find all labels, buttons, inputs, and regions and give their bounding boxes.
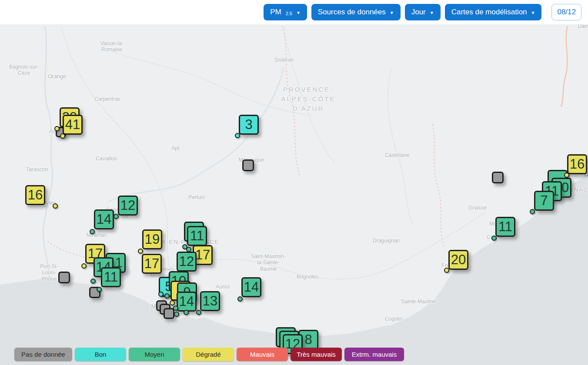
toolbar-buttons: PM2.5▼Sources de données▼Jour▼Cartes de …: [264, 4, 541, 20]
aqi-marker[interactable]: 12: [177, 252, 197, 272]
legend-item-mauvais: Mauvais: [237, 348, 288, 361]
station-dot[interactable]: [235, 133, 240, 138]
station-dot[interactable]: [184, 310, 189, 315]
chevron-down-icon: ▼: [296, 10, 301, 15]
chevron-down-icon: ▼: [390, 10, 394, 15]
station-dot[interactable]: [158, 292, 164, 297]
aqi-marker[interactable]: 12: [118, 196, 138, 216]
station-dot[interactable]: [90, 229, 95, 234]
legend-item-degrade: Dégradé: [183, 348, 234, 361]
station-dot[interactable]: [491, 236, 497, 241]
aqi-marker[interactable]: 3: [239, 115, 259, 135]
map-canvas[interactable]: [0, 24, 588, 365]
legend-item-extrm_mauvais: Extrm. mauvais: [344, 348, 404, 361]
station-dot[interactable]: [530, 209, 535, 214]
aqi-marker[interactable]: 7: [534, 191, 554, 211]
aqi-marker[interactable]: 14: [94, 209, 114, 229]
aqi-marker[interactable]: 41: [63, 115, 83, 135]
aqi-legend: Pas de donnéeBonMoyenDégradéMauvaisTrès …: [14, 348, 404, 361]
toolbar: PM2.5▼Sources de données▼Jour▼Cartes de …: [0, 0, 588, 24]
station-dot[interactable]: [114, 214, 119, 219]
aqi-marker[interactable]: 14: [177, 292, 197, 312]
station-dot[interactable]: [237, 296, 243, 302]
date-button[interactable]: 08/12: [551, 4, 581, 20]
data-sources-dropdown[interactable]: Sources de données▼: [311, 4, 401, 20]
station-dot[interactable]: [174, 312, 179, 317]
aqi-marker[interactable]: 11: [495, 217, 515, 237]
station-dot[interactable]: [173, 305, 178, 311]
station-dot[interactable]: [196, 310, 201, 315]
aqi-marker[interactable]: 20: [448, 250, 468, 270]
pollutant-dropdown[interactable]: PM2.5▼: [264, 4, 307, 20]
aqi-marker[interactable]: [164, 308, 174, 319]
button-label: Cartes de modélisation: [451, 8, 527, 17]
aqi-marker[interactable]: [242, 159, 254, 171]
aqi-marker[interactable]: [58, 272, 70, 283]
button-label: PM: [270, 8, 281, 17]
station-dot[interactable]: [170, 300, 175, 305]
aqi-marker[interactable]: 16: [567, 154, 587, 174]
legend-item-moyen: Moyen: [129, 348, 180, 361]
station-dot[interactable]: [164, 293, 170, 299]
station-dot[interactable]: [444, 268, 449, 273]
legend-item-tres_mauvais: Très mauvais: [291, 348, 342, 361]
chevron-down-icon: ▼: [430, 10, 434, 15]
legend-item-nodata: Pas de donnée: [14, 348, 72, 361]
aqi-marker[interactable]: 16: [25, 185, 45, 205]
station-dot[interactable]: [60, 133, 65, 139]
station-dot[interactable]: [138, 249, 143, 254]
day-dropdown[interactable]: Jour▼: [405, 4, 441, 20]
map-decor: [0, 24, 588, 365]
modeling-maps-dropdown[interactable]: Cartes de modélisation▼: [445, 4, 542, 20]
aqi-marker[interactable]: 17: [142, 254, 162, 274]
button-label: Sources de données: [318, 8, 386, 17]
legend-item-bon: Bon: [75, 348, 126, 361]
aqi-marker[interactable]: 19: [142, 229, 162, 249]
station-dot[interactable]: [564, 173, 569, 178]
aqi-marker[interactable]: 11: [101, 267, 121, 287]
station-dot[interactable]: [90, 279, 96, 284]
station-dot[interactable]: [186, 247, 191, 252]
station-dot[interactable]: [81, 263, 87, 269]
aqi-marker[interactable]: 13: [200, 291, 220, 311]
station-dot[interactable]: [54, 126, 60, 131]
button-label: Jour: [411, 8, 426, 17]
station-dot[interactable]: [53, 203, 58, 209]
aqi-marker[interactable]: 14: [241, 277, 261, 297]
chevron-down-icon: ▼: [531, 10, 535, 15]
station-dot[interactable]: [97, 287, 102, 292]
button-label-subscript: 2.5: [286, 11, 292, 16]
aqi-marker[interactable]: [492, 172, 504, 183]
aqi-marker[interactable]: 11: [187, 226, 207, 246]
